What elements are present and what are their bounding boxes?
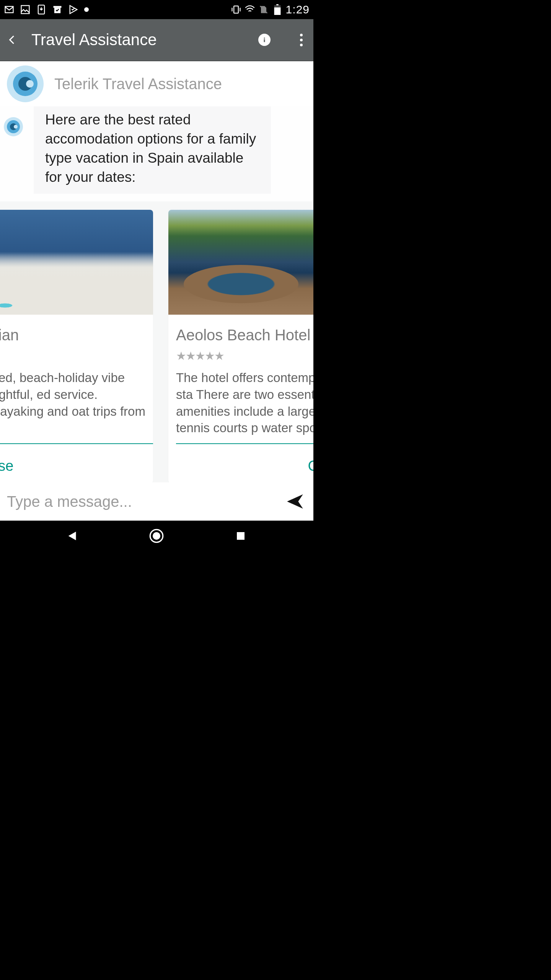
card-image — [168, 210, 313, 315]
card-description: hild-friendly apartments offer ted, beac… — [0, 369, 145, 437]
no-sim-icon — [258, 4, 269, 15]
back-button[interactable] — [5, 32, 20, 47]
star-icon: ★★★★★ — [176, 349, 224, 363]
assistant-logo-icon — [7, 65, 44, 102]
nav-back-button[interactable] — [64, 527, 82, 545]
card-divider — [0, 443, 153, 444]
svg-rect-3 — [54, 6, 62, 8]
play-check-icon — [68, 4, 79, 15]
svg-rect-5 — [234, 6, 238, 13]
app-bar: Travel Assistance — [0, 19, 313, 61]
card-title: ew Appartments - San stian — [0, 325, 145, 345]
status-left — [4, 4, 89, 15]
download-icon — [36, 4, 47, 15]
archive-icon — [52, 4, 63, 15]
message-input-bar — [0, 482, 313, 521]
svg-point-12 — [153, 532, 160, 540]
gmail-icon — [4, 4, 15, 15]
menu-button[interactable] — [293, 32, 309, 47]
accommodation-card[interactable]: ew Appartments - San stian ★★ hild-frien… — [0, 210, 153, 484]
rating-stars: ★★★★★ — [176, 349, 313, 363]
app-title: Travel Assistance — [31, 31, 189, 49]
svg-rect-1 — [21, 6, 29, 14]
notification-dot-icon — [84, 7, 89, 12]
wifi-icon — [245, 4, 255, 15]
card-title: Aeolos Beach Hotel - San Sebastian — [176, 325, 313, 345]
assistant-avatar-icon — [4, 117, 23, 136]
status-time: 1:29 — [286, 3, 310, 16]
assistant-header: Telerik Travel Assistance — [0, 61, 313, 106]
message-row: Here are the best rated accomodation opt… — [0, 106, 313, 201]
nav-home-button[interactable] — [147, 527, 166, 545]
accommodation-card[interactable]: Aeolos Beach Hotel - San Sebastian ★★★★★… — [168, 210, 313, 484]
rating-stars: ★★ — [0, 349, 145, 363]
vibrate-icon — [231, 4, 241, 15]
cards-carousel[interactable]: ew Appartments - San stian ★★ hild-frien… — [0, 201, 313, 517]
status-bar: 1:29 — [0, 0, 313, 19]
send-button[interactable] — [284, 490, 306, 513]
assistant-name: Telerik Travel Assistance — [54, 75, 222, 93]
svg-rect-7 — [274, 7, 280, 15]
svg-point-9 — [264, 38, 265, 39]
message-input[interactable] — [7, 493, 276, 510]
info-button[interactable] — [258, 34, 271, 46]
message-bubble: Here are the best rated accomodation opt… — [34, 106, 271, 194]
card-description: The hotel offers contemporar and friendl… — [176, 369, 313, 437]
image-icon — [20, 4, 31, 15]
svg-rect-10 — [264, 39, 265, 42]
choose-button[interactable]: Choose — [168, 448, 313, 483]
choose-button[interactable]: Choose — [0, 448, 153, 483]
nav-recent-button[interactable] — [231, 527, 250, 545]
chat-content: Telerik Travel Assistance Here are the b… — [0, 61, 313, 521]
card-image — [0, 210, 153, 315]
battery-icon — [272, 4, 283, 15]
card-divider — [176, 443, 313, 444]
svg-rect-8 — [276, 4, 279, 5]
android-nav-bar — [0, 521, 313, 551]
status-right: 1:29 — [231, 3, 310, 16]
svg-rect-13 — [237, 532, 245, 540]
